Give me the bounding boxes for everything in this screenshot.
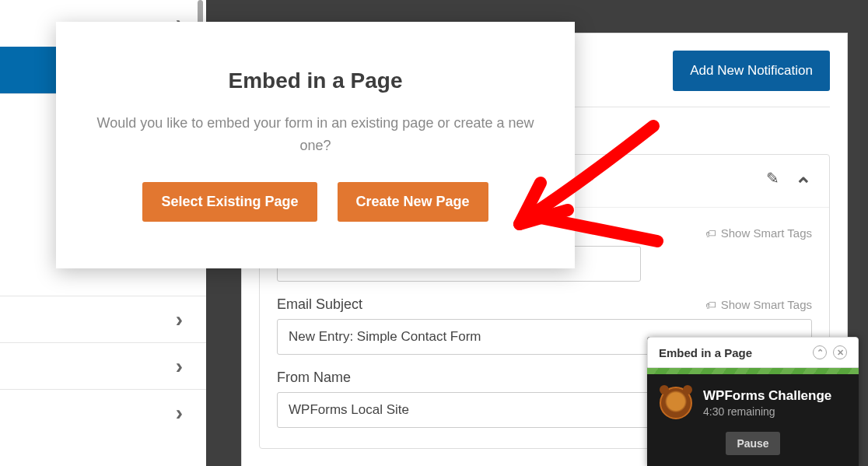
sidebar-item-6[interactable] [0, 389, 206, 436]
challenge-time-remaining: 4:30 remaining [703, 405, 831, 418]
smart-tags-toggle[interactable]: Show Smart Tags [705, 226, 812, 240]
embed-modal: Embed in a Page Would you like to embed … [56, 22, 575, 268]
modal-description: Would you like to embed your form in an … [79, 112, 551, 157]
minimize-icon[interactable]: ⌃ [813, 345, 827, 359]
tag-icon [705, 226, 716, 240]
smart-tags-toggle[interactable]: Show Smart Tags [705, 298, 812, 311]
pause-button[interactable]: Pause [726, 432, 779, 455]
challenge-bar-title: Embed in a Page [659, 346, 752, 359]
sidebar-item-5[interactable] [0, 342, 206, 389]
smart-tags-label: Show Smart Tags [721, 226, 812, 240]
create-new-page-button[interactable]: Create New Page [338, 182, 488, 222]
edit-icon[interactable] [766, 169, 779, 193]
challenge-widget: Embed in a Page ⌃ ✕ WPForms Challenge 4:… [647, 337, 859, 466]
select-existing-page-button[interactable]: Select Existing Page [142, 182, 317, 222]
sidebar-item-4[interactable] [0, 296, 206, 342]
challenge-title-bar: Embed in a Page ⌃ ✕ [647, 337, 859, 368]
from-name-label: From Name [277, 370, 351, 386]
challenge-name: WPForms Challenge [703, 388, 831, 404]
close-icon[interactable]: ✕ [833, 345, 847, 359]
email-subject-label: Email Subject [277, 296, 362, 313]
smart-tags-label: Show Smart Tags [721, 298, 812, 311]
mascot-icon [660, 387, 692, 419]
collapse-icon[interactable] [795, 169, 812, 193]
tag-icon [705, 298, 716, 311]
chevron-right-icon [176, 401, 183, 426]
chevron-right-icon [176, 354, 183, 379]
chevron-right-icon [176, 307, 183, 332]
modal-title: Embed in a Page [79, 68, 551, 93]
add-notification-button[interactable]: Add New Notification [673, 51, 830, 91]
progress-stripe [647, 368, 859, 374]
